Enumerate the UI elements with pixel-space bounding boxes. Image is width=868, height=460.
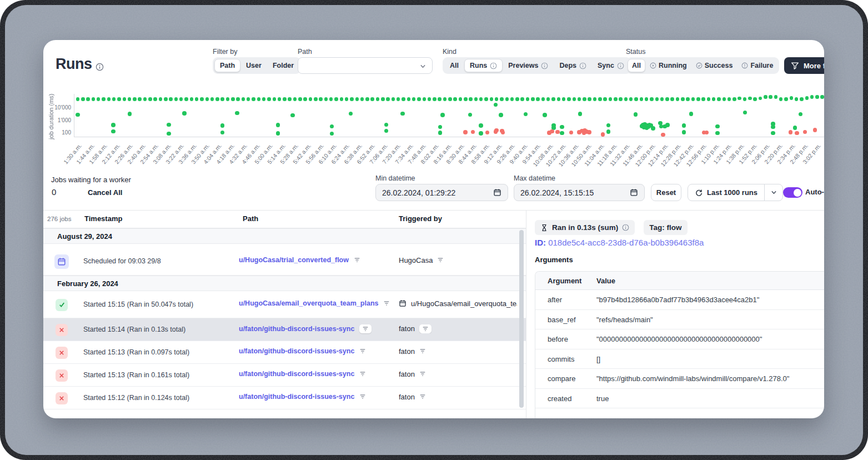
- scatter-dot[interactable]: [485, 131, 490, 135]
- scatter-dot[interactable]: [650, 97, 654, 101]
- run-path-link[interactable]: u/HugoCasa/email_overquota_team_plans: [239, 299, 378, 307]
- scatter-dot[interactable]: [769, 95, 772, 99]
- scatter-dot[interactable]: [619, 97, 623, 101]
- more-filters-button[interactable]: More filters: [784, 57, 824, 74]
- scatter-dot[interactable]: [182, 111, 187, 116]
- run-row[interactable]: Started 15:15 (Ran in 50.047s total)u/Hu…: [43, 291, 526, 318]
- scatter-dot[interactable]: [324, 97, 328, 101]
- scatter-dot[interactable]: [813, 128, 817, 132]
- scatter-dot[interactable]: [624, 97, 628, 101]
- scatter-dot[interactable]: [438, 97, 441, 101]
- run-row[interactable]: Started 15:13 (Ran in 0.097s total)u/fat…: [43, 341, 526, 364]
- scatter-dot[interactable]: [314, 97, 318, 101]
- cancel-all-button[interactable]: Cancel All: [88, 188, 122, 197]
- filter-by-user-icon[interactable]: [437, 257, 444, 263]
- scatter-dot[interactable]: [543, 113, 547, 117]
- scatter-dot[interactable]: [665, 97, 669, 101]
- scatter-dot[interactable]: [148, 97, 152, 101]
- filter-by-path-icon[interactable]: [359, 371, 366, 377]
- scatter-dot[interactable]: [195, 97, 199, 101]
- last-runs-dropdown-button[interactable]: [765, 184, 782, 201]
- scatter-dot[interactable]: [774, 95, 778, 99]
- filter-by-user-icon[interactable]: [419, 371, 426, 377]
- argument-row[interactable]: after"b97b4bd12866a0b7adf77b3b4963d3acee…: [535, 290, 824, 310]
- scatter-dot[interactable]: [536, 97, 540, 101]
- scatter-dot[interactable]: [340, 97, 344, 101]
- scatter-dot[interactable]: [790, 96, 794, 100]
- scatter-dot[interactable]: [490, 97, 494, 101]
- scatter-dot[interactable]: [705, 131, 709, 135]
- scatter-dot[interactable]: [573, 97, 576, 101]
- scatter-dot[interactable]: [723, 97, 726, 101]
- scatter-dot[interactable]: [123, 97, 127, 101]
- scatter-dot[interactable]: [448, 97, 452, 101]
- scatter-dot[interactable]: [205, 97, 209, 101]
- scatter-dot[interactable]: [267, 97, 271, 101]
- scatter-dot[interactable]: [800, 97, 804, 101]
- scatter-dot[interactable]: [712, 97, 716, 101]
- scatter-dot[interactable]: [717, 97, 721, 101]
- scatter-dot[interactable]: [682, 130, 686, 134]
- scatter-dot[interactable]: [501, 131, 505, 135]
- max-datetime-input[interactable]: 26.02.2024, 15:15:15: [514, 184, 645, 201]
- scatter-dot[interactable]: [793, 126, 797, 130]
- status-tab-running[interactable]: Running: [645, 59, 691, 72]
- filter-by-path-icon[interactable]: [359, 324, 372, 333]
- kind-tab-deps[interactable]: Deps: [554, 59, 592, 72]
- scatter-dot[interactable]: [220, 97, 224, 101]
- scatter-dot[interactable]: [153, 97, 157, 101]
- scatter-dot[interactable]: [651, 126, 655, 131]
- filter-tab-folder[interactable]: Folder: [267, 59, 299, 72]
- scatter-dot[interactable]: [601, 132, 605, 137]
- scatter-dot[interactable]: [167, 132, 171, 136]
- scatter-dot[interactable]: [111, 129, 116, 134]
- scatter-dot[interactable]: [686, 97, 690, 101]
- scatter-dot[interactable]: [555, 130, 560, 134]
- scatter-dot[interactable]: [634, 97, 638, 101]
- scatter-dot[interactable]: [805, 96, 809, 100]
- argument-row[interactable]: before"000000000000000000000000000000000…: [535, 329, 824, 349]
- scatter-dot[interactable]: [184, 97, 188, 101]
- status-tab-all[interactable]: All: [628, 59, 645, 72]
- auto-refresh-toggle[interactable]: [783, 187, 802, 198]
- run-id-value[interactable]: 018de5c4-acc8-23d8-d76a-b0b396463f8a: [548, 238, 704, 247]
- scatter-dot[interactable]: [220, 131, 225, 135]
- scatter-dot[interactable]: [526, 97, 530, 101]
- runs-list-scrollbar[interactable]: [519, 230, 524, 408]
- scatter-dot[interactable]: [557, 97, 561, 101]
- scatter-dot[interactable]: [112, 97, 116, 101]
- min-datetime-input[interactable]: 26.02.2024, 01:29:22: [375, 184, 508, 201]
- scatter-dot[interactable]: [381, 97, 385, 101]
- kind-tab-previews[interactable]: Previews: [503, 59, 554, 72]
- scatter-dot[interactable]: [76, 97, 80, 101]
- scatter-dot[interactable]: [546, 97, 550, 101]
- scatter-dot[interactable]: [400, 112, 405, 116]
- scatter-dot[interactable]: [133, 97, 137, 101]
- filter-by-path-icon[interactable]: [354, 257, 360, 263]
- scatter-dot[interactable]: [440, 113, 445, 117]
- filter-by-user-icon[interactable]: [419, 393, 426, 400]
- scatter-dot[interactable]: [226, 97, 230, 101]
- scatter-dot[interactable]: [174, 97, 178, 101]
- scatter-dot[interactable]: [789, 130, 793, 134]
- scatter-dot[interactable]: [167, 123, 171, 127]
- run-row[interactable]: Started 15:12 (Ran in 0.124s total)u/fat…: [43, 387, 526, 409]
- argument-row[interactable]: compare"https://github.com/windmill-labs…: [535, 369, 824, 389]
- scatter-dot[interactable]: [438, 131, 443, 135]
- scatter-dot[interactable]: [262, 97, 266, 101]
- scatter-dot[interactable]: [128, 97, 132, 101]
- scatter-dot[interactable]: [376, 97, 380, 101]
- scatter-dot[interactable]: [795, 131, 799, 136]
- run-path-link[interactable]: u/faton/github-discord-issues-sync: [239, 347, 354, 355]
- scatter-dot[interactable]: [696, 97, 700, 101]
- scatter-dot[interactable]: [242, 97, 245, 101]
- scatter-dot[interactable]: [190, 97, 194, 101]
- scatter-dot[interactable]: [562, 97, 566, 101]
- scatter-dot[interactable]: [468, 113, 473, 117]
- status-tab-success[interactable]: Success: [691, 59, 737, 72]
- scatter-dot[interactable]: [484, 97, 488, 101]
- scatter-dot[interactable]: [276, 131, 280, 136]
- scatter-dot[interactable]: [463, 130, 468, 134]
- scatter-dot[interactable]: [76, 113, 80, 117]
- last-runs-button[interactable]: Last 1000 runs: [688, 184, 764, 201]
